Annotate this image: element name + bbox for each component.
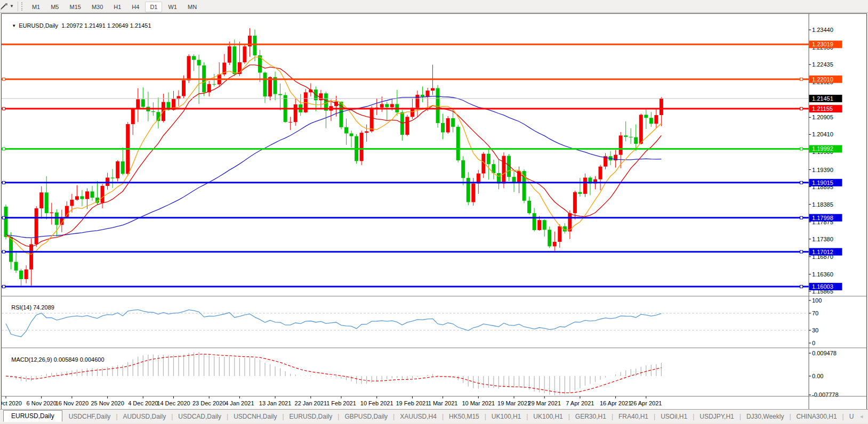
timeframe-button-w1[interactable]: W1	[163, 2, 182, 12]
date-tick-label: 14 Dec 2020	[157, 400, 190, 406]
ohlc-high: 1.21491	[84, 22, 106, 29]
rsi-value: 74.2089	[33, 304, 54, 311]
rsi-indicator-label: RSI(14) 74.2089	[5, 298, 54, 317]
ohlc-close: 1.21451	[130, 22, 151, 29]
hline-handle[interactable]	[3, 216, 5, 219]
chart-plot[interactable]: 1.234401.229301.224351.219251.209051.204…	[2, 14, 866, 410]
rsi-name: RSI(14)	[11, 304, 31, 311]
cursor-tool-button[interactable]: ▼	[0, 1, 15, 12]
chart-tab-dj30-weekly[interactable]: DJ30,Weekly	[741, 411, 789, 422]
price-badge-label: 1.19015	[812, 180, 833, 186]
hline-handle[interactable]	[800, 108, 803, 110]
chart-tab-eurusd-daily-active[interactable]: EURUSD,Daily	[3, 410, 62, 422]
rsi-scale-label: 0	[812, 340, 815, 346]
price-badge-label: 1.21155	[812, 105, 833, 112]
timeframe-button-m30[interactable]: M30	[87, 2, 108, 12]
top-toolbar: ▼ M1M5M15M30H1H4D1W1MN	[0, 0, 868, 13]
candle-79	[405, 115, 409, 136]
price-tick-label: 1.16360	[812, 271, 833, 278]
toolbar-separator	[18, 2, 18, 11]
price-tick-label: 1.17380	[812, 236, 833, 242]
timeframe-button-m5[interactable]: M5	[46, 2, 63, 12]
price-badge-label: 1.19992	[812, 145, 833, 152]
date-tick-label: 6 Nov 2020	[27, 400, 57, 406]
chart-tab-uk100-h1[interactable]: UK100,H1	[486, 411, 526, 422]
price-tick-label: 1.20410	[812, 131, 833, 137]
timeframe-button-h1[interactable]: H1	[109, 2, 126, 12]
chart-tab-usdjpy-h1[interactable]: USDJPY,H1	[694, 411, 739, 422]
macd-scale-label: 0.00	[812, 373, 823, 379]
price-badge-label: 1.17998	[812, 215, 833, 221]
chart-tab-fra40-h1[interactable]: FRA40,H1	[613, 411, 654, 422]
date-tick-label: 4 Jan 2021	[225, 400, 254, 406]
chart-tab-xauusd-h4[interactable]: XAUUSD,H4	[395, 411, 442, 422]
rsi-scale-label: 100	[812, 297, 822, 304]
chart-tab-china300-h1[interactable]: CHINA300,H1	[791, 411, 842, 422]
timeframe-button-group: M1M5M15M30H1H4D1W1MN	[27, 2, 202, 11]
toolbar-grip-handle[interactable]	[21, 2, 24, 11]
tab-scroll-arrows: ◄ ►	[859, 414, 868, 419]
chart-tab-gbpusd-daily[interactable]: GBPUSD,Daily	[339, 411, 393, 422]
timeframe-button-d1[interactable]: D1	[145, 2, 162, 12]
date-tick-label: 16 Nov 2020	[55, 400, 89, 406]
tab-scroll-left-icon[interactable]: ◄	[859, 414, 864, 419]
rsi-scale-label: 70	[812, 310, 818, 316]
chart-tab-usdcnh-daily[interactable]: USDCNH,Daily	[228, 411, 282, 422]
date-tick-label: 19 Mar 2021	[497, 400, 531, 406]
chart-tab-audusd-daily[interactable]: AUDUSD,Daily	[118, 411, 172, 422]
rsi-scale-label: 30	[812, 327, 818, 333]
chart-tab-ger30-h1[interactable]: GER30,H1	[570, 411, 612, 422]
hline-handle[interactable]	[800, 216, 803, 219]
hline-handle[interactable]	[3, 181, 5, 184]
hline-handle[interactable]	[800, 181, 803, 184]
date-tick-label: 19 Feb 2021	[396, 400, 429, 406]
candle-89	[456, 125, 460, 162]
macd-scale-label: 0.009478	[812, 350, 837, 356]
timeframe-button-h4[interactable]: H4	[127, 2, 144, 12]
price-badge-label: 1.17012	[812, 249, 833, 255]
hline-handle[interactable]	[800, 78, 803, 80]
hline-handle[interactable]	[3, 250, 5, 253]
date-tick-label: 4 Dec 2020	[128, 400, 158, 406]
price-tick-label: 1.23440	[812, 27, 833, 33]
macd-main-value: 0.005849	[54, 356, 78, 363]
date-tick-label: 29 Mar 2021	[528, 400, 561, 406]
timeframe-button-m1[interactable]: M1	[27, 2, 45, 12]
date-tick-label: 16 Apr 2021	[600, 400, 631, 406]
hline-handle[interactable]	[3, 108, 5, 110]
candle-47	[243, 44, 246, 64]
candle-22	[116, 160, 119, 182]
hline-handle[interactable]	[800, 286, 803, 288]
chart-tab-uk100-h1[interactable]: UK100,H1	[528, 411, 568, 422]
candle-87	[446, 116, 450, 134]
hline-handle[interactable]	[800, 148, 803, 150]
chevron-down-icon: ▼	[10, 4, 14, 9]
hline-handle[interactable]	[3, 78, 5, 80]
chart-tab-usdcad-daily[interactable]: USDCAD,Daily	[173, 411, 227, 422]
ohlc-open: 1.20972	[61, 22, 83, 29]
date-tick-label: 10 Mar 2021	[462, 400, 495, 406]
hline-handle[interactable]	[3, 286, 5, 288]
chart-tab-usdchf-daily[interactable]: USDCHF,Daily	[63, 411, 116, 422]
hline-handle[interactable]	[800, 250, 803, 253]
timeframe-button-m15[interactable]: M15	[65, 2, 85, 12]
date-tick-label: 22 Jan 2021	[295, 400, 327, 406]
chart-tab-hk50-m15[interactable]: HK50,M15	[444, 411, 485, 422]
macd-scale-label: -0.007778	[812, 392, 839, 398]
price-tick-label: 1.18385	[812, 201, 833, 208]
hline-handle[interactable]	[3, 148, 5, 150]
ohlc-low: 1.20649	[107, 22, 128, 29]
collapse-triangle-icon[interactable]: ▼	[12, 23, 16, 28]
chart-tab-bar: EURUSD,DailyUSDCHF,Daily|AUDUSD,Daily|US…	[0, 409, 868, 423]
price-badge-label: 1.23019	[812, 41, 833, 47]
chart-tab-usoil-h1[interactable]: USOil,H1	[655, 411, 693, 422]
chart-tab-u[interactable]: U	[844, 411, 859, 422]
timeframe-button-mn[interactable]: MN	[183, 2, 202, 12]
macd-name: MACD(12,26,9)	[11, 356, 52, 363]
date-tick-label: 7 Apr 2021	[566, 400, 594, 406]
date-tick-label: 23 Dec 2020	[192, 400, 226, 406]
chart-tab-eurusd-daily[interactable]: EURUSD,Daily	[284, 411, 338, 422]
crosshair-pointer-icon	[0, 2, 9, 11]
candle-107	[548, 226, 551, 248]
date-tick-label: 1 Mar 2021	[428, 400, 458, 406]
